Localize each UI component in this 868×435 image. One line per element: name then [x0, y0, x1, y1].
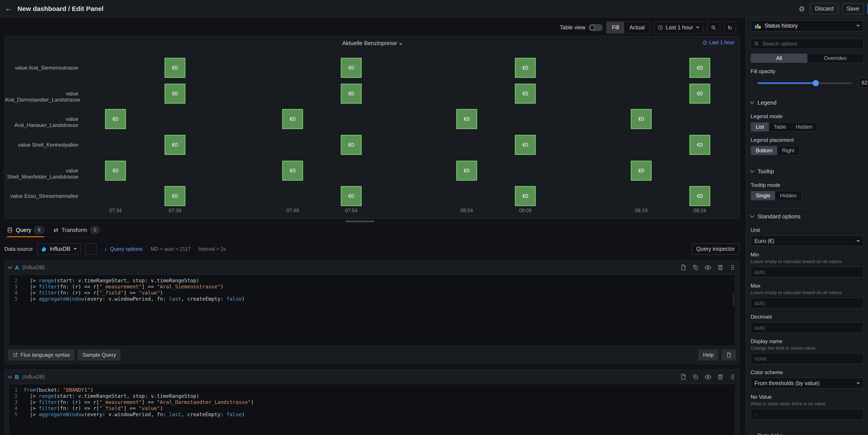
actual-button[interactable]: Actual — [624, 22, 650, 33]
trash-icon[interactable] — [717, 374, 723, 380]
status-cell[interactable]: €0 — [456, 109, 477, 129]
document-icon[interactable] — [680, 374, 686, 380]
fill-opacity-label: Fill opacity — [750, 68, 864, 75]
discard-button[interactable]: Discard — [810, 3, 838, 14]
cell-value: €0 — [523, 91, 528, 97]
drag-grip-icon[interactable] — [730, 374, 736, 380]
decimals-input[interactable]: auto — [750, 322, 864, 333]
datasource-info-button[interactable] — [85, 243, 97, 255]
status-cell[interactable]: €0 — [341, 186, 362, 206]
status-cell[interactable]: €0 — [689, 186, 710, 206]
fill-opacity-value[interactable]: 62 — [859, 78, 868, 88]
status-cell[interactable]: €0 — [105, 109, 126, 129]
query-inspector-button[interactable]: Query inspector — [691, 243, 740, 255]
back-arrow-icon[interactable]: ← — [0, 4, 18, 13]
display-name-input[interactable]: none — [750, 353, 864, 364]
tab-query[interactable]: Query 6 — [7, 223, 44, 237]
options-tab-all[interactable]: All — [751, 54, 807, 63]
unit-select[interactable]: Euro (€) — [750, 235, 864, 246]
status-cell[interactable]: €0 — [515, 135, 536, 155]
flux-syntax-button[interactable]: Flux language syntax — [8, 350, 74, 360]
fill-button[interactable]: Fill — [607, 22, 624, 33]
options-tab-overrides[interactable]: Overrides — [807, 54, 863, 63]
status-cell[interactable]: €0 — [456, 161, 477, 181]
document-icon[interactable] — [680, 264, 686, 270]
section-header-tooltip[interactable]: Tooltip — [750, 166, 864, 177]
docs-icon-button[interactable] — [722, 350, 736, 360]
query-actions — [680, 264, 736, 271]
status-cell[interactable]: €0 — [282, 109, 303, 129]
status-cell[interactable]: €0 — [105, 161, 126, 181]
status-cell[interactable]: €0 — [164, 58, 185, 78]
status-cell[interactable]: €0 — [164, 84, 185, 104]
chevron-down-icon — [73, 248, 77, 250]
all-overrides-tabs: AllOverrides — [750, 53, 864, 63]
save-button[interactable]: Save — [842, 3, 864, 14]
min-input[interactable]: auto — [750, 266, 864, 278]
legend-mode-table[interactable]: Table — [769, 122, 791, 131]
query-header[interactable]: B (InfluxDB) — [8, 372, 736, 382]
section-header-standard-options[interactable]: Standard options — [750, 210, 864, 222]
status-cell[interactable]: €0 — [631, 161, 652, 181]
status-cell[interactable]: €0 — [689, 135, 710, 155]
slider-track[interactable] — [757, 82, 851, 84]
chevron-down-icon — [750, 213, 754, 218]
status-cell[interactable]: €0 — [631, 109, 652, 129]
eye-icon[interactable] — [705, 374, 711, 380]
status-cell[interactable]: €0 — [515, 186, 536, 206]
sample-query-button[interactable]: Sample Query — [78, 350, 120, 360]
eye-icon[interactable] — [705, 264, 711, 271]
copy-icon[interactable] — [692, 264, 699, 270]
legend-mode-hidden[interactable]: Hidden — [791, 122, 817, 131]
status-cell[interactable]: €0 — [164, 135, 185, 155]
series-label: value Aral_Hanauer_Landstrasse — [5, 116, 78, 128]
tooltip-mode-single[interactable]: Single — [751, 191, 775, 200]
flux-code-editor[interactable]: 2 |> range(start: v.timeRangeStart, stop… — [8, 274, 736, 346]
color-scheme-select[interactable]: From thresholds (by value) — [750, 378, 864, 388]
status-cell[interactable]: €0 — [164, 186, 185, 206]
chevron-down-icon — [750, 432, 754, 435]
copy-icon[interactable] — [692, 374, 699, 380]
status-cell[interactable]: €0 — [341, 135, 362, 155]
help-button[interactable]: Help — [699, 350, 718, 360]
flux-code-editor[interactable]: 1from(bucket: "DBANDY1")2 |> range(start… — [8, 384, 736, 435]
tab-transform-label: Transform — [61, 227, 87, 233]
editor-scrollbar[interactable] — [733, 293, 734, 306]
panel-toolbar: Table view Fill Actual Last 1 hour ↻ — [4, 21, 736, 34]
legend-mode-list[interactable]: List — [751, 122, 769, 131]
section-header-legend[interactable]: Legend — [750, 97, 864, 108]
gear-icon[interactable]: ⚙ — [797, 4, 807, 14]
status-cell[interactable]: €0 — [341, 58, 362, 78]
cell-value: €0 — [464, 168, 470, 174]
cell-value: €0 — [172, 91, 178, 97]
search-options-input[interactable]: Search options — [750, 38, 864, 49]
drag-grip-icon[interactable] — [730, 264, 736, 270]
cell-value: €0 — [639, 168, 644, 174]
status-cell[interactable]: €0 — [341, 84, 362, 104]
no-value-input[interactable]: - — [750, 409, 864, 420]
refresh-button[interactable]: ↻ — [724, 22, 736, 34]
max-input[interactable]: auto — [750, 297, 864, 309]
status-cell[interactable]: €0 — [689, 58, 710, 78]
tooltip-mode-hidden[interactable]: Hidden — [775, 191, 802, 200]
legend-placement-right[interactable]: Right — [777, 146, 799, 155]
refresh-icon: ↻ — [727, 24, 732, 31]
datasource-picker[interactable]: InfluxDB — [37, 243, 81, 255]
splitter-handle[interactable] — [345, 221, 374, 222]
status-cell[interactable]: €0 — [515, 84, 536, 104]
status-cell[interactable]: €0 — [515, 58, 536, 78]
time-range-picker[interactable]: Last 1 hour — [654, 22, 703, 34]
fill-opacity-slider-row: 62 — [750, 80, 864, 87]
status-cell[interactable]: €0 — [282, 161, 303, 181]
visualization-picker[interactable]: Status history — [750, 20, 864, 31]
section-header-data-links[interactable]: Data links — [750, 430, 864, 435]
status-cell[interactable]: €0 — [689, 84, 710, 104]
zoom-out-button[interactable] — [707, 22, 720, 34]
trash-icon[interactable] — [717, 264, 723, 270]
tab-transform[interactable]: ⇄ Transform 0 — [54, 223, 100, 237]
query-options-toggle[interactable]: › Query options MD = auto = 2117 Interva… — [104, 245, 226, 253]
legend-placement-bottom[interactable]: Bottom — [751, 146, 777, 155]
query-header[interactable]: A (InfluxDB) — [8, 262, 736, 273]
slider-handle[interactable] — [813, 80, 819, 86]
table-view-toggle[interactable] — [589, 24, 603, 31]
